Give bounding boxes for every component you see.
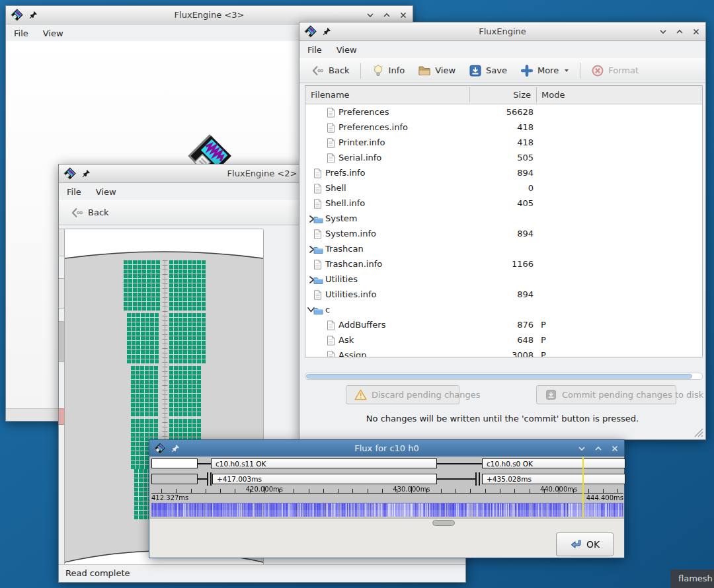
menu-view[interactable]: View bbox=[96, 187, 116, 197]
column-header-size[interactable]: Size bbox=[470, 86, 531, 104]
more-label: More bbox=[537, 65, 559, 75]
filename-cell: System.info bbox=[325, 226, 376, 241]
timing-box-partial[interactable] bbox=[151, 474, 198, 484]
back-label: Back bbox=[329, 65, 350, 75]
file-icon bbox=[327, 350, 337, 357]
view-button[interactable]: View bbox=[411, 61, 462, 81]
minimize-icon[interactable] bbox=[366, 11, 374, 19]
column-header-mode[interactable]: Mode bbox=[541, 86, 565, 104]
toolbar-separator bbox=[360, 63, 361, 79]
maximize-icon[interactable] bbox=[594, 445, 602, 453]
commit-save-icon bbox=[545, 389, 557, 400]
filename-cell: Utilities bbox=[325, 272, 358, 287]
format-label: Format bbox=[608, 65, 639, 75]
column-header-filename[interactable]: Filename bbox=[311, 86, 350, 104]
size-cell: 405 bbox=[469, 196, 534, 211]
commit-pending-changes-button[interactable]: Commit pending changes to disk bbox=[536, 385, 676, 404]
ok-label: OK bbox=[586, 539, 600, 550]
titlebar[interactable]: Flux for c10 h0 bbox=[149, 440, 624, 457]
close-icon[interactable] bbox=[399, 11, 407, 19]
back-button[interactable]: Back bbox=[64, 203, 116, 223]
menu-file[interactable]: File bbox=[14, 28, 28, 38]
flux-density-band[interactable] bbox=[151, 503, 623, 517]
minimize-icon[interactable] bbox=[578, 445, 586, 453]
table-row[interactable]: Shell.info405 bbox=[305, 196, 702, 211]
file-icon bbox=[313, 198, 323, 208]
menu-file[interactable]: File bbox=[67, 187, 81, 197]
table-row[interactable]: AddBuffers876P bbox=[305, 317, 702, 332]
table-row[interactable]: System.info894 bbox=[305, 226, 702, 241]
table-row[interactable]: System bbox=[305, 211, 702, 226]
filename-cell: Preferences.info bbox=[338, 120, 408, 135]
back-icon bbox=[311, 64, 325, 77]
table-row[interactable]: Trashcan.info1166 bbox=[305, 256, 702, 272]
file-icon bbox=[327, 107, 337, 117]
save-button[interactable]: Save bbox=[462, 61, 514, 81]
info-button[interactable]: Info bbox=[365, 61, 412, 81]
table-row[interactable]: Shell0 bbox=[305, 180, 702, 196]
table-row[interactable]: Serial.info505 bbox=[305, 150, 702, 165]
time-cursor-line[interactable] bbox=[582, 457, 584, 517]
close-icon[interactable] bbox=[692, 28, 700, 36]
flameshot-indicator[interactable]: flamesh bbox=[670, 570, 714, 588]
window-title: FluxEngine <3> bbox=[6, 10, 413, 20]
format-button[interactable]: Format bbox=[584, 61, 645, 81]
file-icon bbox=[313, 289, 323, 299]
size-cell: 418 bbox=[469, 135, 534, 150]
minimize-icon[interactable] bbox=[659, 28, 667, 36]
table-row[interactable]: Preferences56628 bbox=[305, 104, 702, 120]
table-row[interactable]: Utilities.info894 bbox=[305, 287, 702, 302]
timing-box-417[interactable]: +417.003ms bbox=[212, 474, 437, 484]
mode-cell: P bbox=[541, 348, 546, 357]
titlebar[interactable]: FluxEngine bbox=[299, 22, 705, 41]
connector-line bbox=[198, 478, 207, 480]
ok-button[interactable]: OK bbox=[556, 533, 614, 556]
close-icon[interactable] bbox=[611, 445, 619, 453]
filename-cell: Printer.info bbox=[338, 135, 385, 150]
table-row[interactable]: Preferences.info418 bbox=[305, 120, 702, 135]
table-row[interactable]: Printer.info418 bbox=[305, 135, 702, 150]
column-divider[interactable] bbox=[469, 87, 470, 102]
size-cell: 894 bbox=[469, 226, 534, 241]
column-divider[interactable] bbox=[536, 87, 537, 102]
table-row[interactable]: Trashcan bbox=[305, 241, 702, 256]
connector-line bbox=[198, 463, 211, 464]
info-label: Info bbox=[389, 65, 405, 75]
sector-box-partial[interactable] bbox=[151, 459, 198, 468]
window-flux-viewer: Flux for c10 h0 c10.h0.s11 OK c10.h0.s0 … bbox=[149, 439, 625, 558]
table-row[interactable]: Utilities bbox=[305, 272, 702, 287]
table-row[interactable]: Prefs.info894 bbox=[305, 165, 702, 180]
timing-box-435[interactable]: +435.028ms bbox=[482, 474, 625, 484]
back-button[interactable]: Back bbox=[305, 61, 356, 81]
file-icon bbox=[327, 320, 337, 330]
filename-cell: Ask bbox=[338, 332, 354, 348]
sector-box-s11[interactable]: c10.h0.s11 OK bbox=[211, 459, 437, 468]
timing-bracket bbox=[475, 472, 480, 486]
size-cell: 648 bbox=[469, 332, 534, 348]
resize-grip[interactable] bbox=[694, 428, 703, 437]
desktop: FluxEngine <3> File View Pick one of: Fl… bbox=[0, 0, 714, 588]
more-button[interactable]: More bbox=[514, 61, 576, 81]
menu-file[interactable]: File bbox=[307, 45, 322, 55]
table-row[interactable]: Ask648P bbox=[305, 332, 702, 348]
return-arrow-icon bbox=[570, 539, 583, 550]
sector-box-s0[interactable]: c10.h0.s0 OK bbox=[482, 459, 625, 468]
commit-note: No changes will be written until the 'co… bbox=[299, 414, 705, 423]
table-row[interactable]: c bbox=[305, 302, 702, 317]
discard-pending-changes-button[interactable]: Discard pending changes bbox=[346, 385, 459, 404]
folder-icon bbox=[418, 64, 431, 77]
filename-cell: c bbox=[325, 302, 330, 317]
scrollbar-thumb[interactable] bbox=[432, 520, 455, 526]
horizontal-scrollbar[interactable] bbox=[305, 373, 703, 380]
scrollbar-thumb[interactable] bbox=[306, 374, 692, 379]
status-bar: Read complete bbox=[59, 564, 465, 582]
warning-icon bbox=[354, 389, 367, 400]
maximize-icon[interactable] bbox=[676, 28, 684, 36]
table-header: Filename Size Mode bbox=[305, 86, 702, 104]
size-cell: 505 bbox=[469, 150, 534, 165]
filename-cell: Preferences bbox=[338, 104, 389, 120]
table-row[interactable]: Assign3008P bbox=[305, 348, 702, 357]
menu-view[interactable]: View bbox=[337, 45, 357, 55]
menu-view[interactable]: View bbox=[43, 28, 63, 38]
maximize-icon[interactable] bbox=[383, 11, 391, 19]
